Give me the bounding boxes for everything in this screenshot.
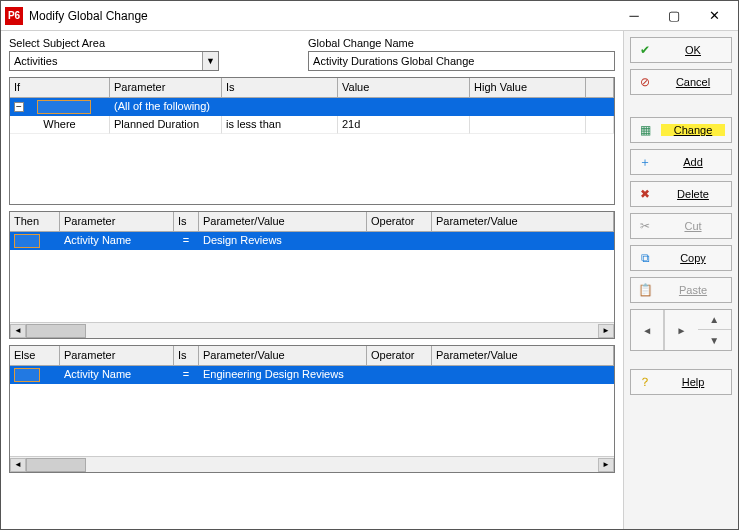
cell-parameter: Planned Duration (110, 116, 222, 134)
scroll-right-icon[interactable]: ► (598, 458, 614, 472)
scroll-right-icon[interactable]: ► (598, 324, 614, 338)
col-header[interactable]: Parameter/Value (199, 346, 367, 366)
scroll-left-icon[interactable]: ◄ (10, 458, 26, 472)
nav-up-button[interactable]: ▲ (698, 310, 731, 330)
change-button[interactable]: ▦ Change (630, 117, 732, 143)
col-header[interactable]: Parameter (110, 78, 222, 98)
col-header[interactable]: Parameter/Value (432, 346, 614, 366)
change-name-input[interactable] (308, 51, 615, 71)
col-header[interactable]: Then (10, 212, 60, 232)
col-header[interactable]: High Value (470, 78, 586, 98)
paste-icon: 📋 (637, 283, 653, 297)
cell-value (338, 98, 470, 116)
cell-operator (367, 232, 432, 250)
cut-button[interactable]: ✂ Cut (630, 213, 732, 239)
help-icon: ？ (637, 374, 653, 391)
cell-high-value (470, 98, 586, 116)
cell-is: is less than (222, 116, 338, 134)
col-header[interactable]: Value (338, 78, 470, 98)
titlebar: P6 Modify Global Change ─ ▢ ✕ (1, 1, 738, 31)
cell-spacer (586, 116, 614, 134)
cell-param-value2 (432, 232, 614, 250)
col-header[interactable]: If (10, 78, 110, 98)
col-header[interactable]: Parameter (60, 212, 174, 232)
col-header[interactable]: Else (10, 346, 60, 366)
ok-button[interactable]: ✔ OK (630, 37, 732, 63)
collapse-icon[interactable]: − (14, 102, 24, 112)
if-grid-header: If Parameter Is Value High Value (10, 78, 614, 98)
subject-area-value: Activities (14, 55, 57, 67)
else-row[interactable]: Activity Name = Engineering Design Revie… (10, 366, 614, 384)
dialog-window: P6 Modify Global Change ─ ▢ ✕ Select Sub… (0, 0, 739, 530)
col-header[interactable] (586, 78, 614, 98)
then-grid-header: Then Parameter Is Parameter/Value Operat… (10, 212, 614, 232)
copy-button[interactable]: ⧉ Copy (630, 245, 732, 271)
cell-is: = (174, 232, 199, 250)
plus-icon: ＋ (637, 154, 653, 171)
window-title: Modify Global Change (29, 9, 614, 23)
scroll-left-icon[interactable]: ◄ (10, 324, 26, 338)
cell-parameter: Activity Name (60, 366, 174, 384)
cell-is: = (174, 366, 199, 384)
row-marker (14, 368, 40, 382)
help-button[interactable]: ？ Help (630, 369, 732, 395)
cell-condition: Where (10, 116, 110, 134)
delete-label: Delete (661, 188, 725, 200)
paste-label: Paste (661, 284, 725, 296)
nav-arrows: ◄ ▲ ► ▼ (630, 309, 732, 351)
paste-button[interactable]: 📋 Paste (630, 277, 732, 303)
change-name-label: Global Change Name (308, 37, 615, 49)
then-grid: Then Parameter Is Parameter/Value Operat… (9, 211, 615, 339)
cell-param-value: Engineering Design Reviews (199, 366, 367, 384)
subject-area-select[interactable]: Activities ▼ (9, 51, 219, 71)
col-header[interactable]: Operator (367, 346, 432, 366)
cancel-icon: ⊘ (637, 75, 653, 89)
col-header[interactable]: Is (222, 78, 338, 98)
nav-down-button[interactable]: ▼ (698, 330, 731, 350)
maximize-button[interactable]: ▢ (654, 2, 694, 30)
change-icon: ▦ (637, 123, 653, 137)
col-header[interactable]: Parameter/Value (432, 212, 614, 232)
else-grid-header: Else Parameter Is Parameter/Value Operat… (10, 346, 614, 366)
button-sidebar: ✔ OK ⊘ Cancel ▦ Change ＋ Add ✖ Delete ✂ (623, 31, 738, 529)
if-row[interactable]: − (All of the following) (10, 98, 614, 116)
else-grid: Else Parameter Is Parameter/Value Operat… (9, 345, 615, 473)
minimize-button[interactable]: ─ (614, 2, 654, 30)
add-button[interactable]: ＋ Add (630, 149, 732, 175)
col-header[interactable]: Operator (367, 212, 432, 232)
col-header[interactable]: Is (174, 212, 199, 232)
subject-area-label: Select Subject Area (9, 37, 288, 49)
col-header[interactable]: Parameter/Value (199, 212, 367, 232)
cell-spacer (586, 98, 614, 116)
if-row[interactable]: Where Planned Duration is less than 21d (10, 116, 614, 134)
then-scrollbar[interactable]: ◄ ► (10, 322, 614, 338)
scissors-icon: ✂ (637, 219, 653, 233)
col-header[interactable]: Is (174, 346, 199, 366)
copy-icon: ⧉ (637, 251, 653, 265)
add-label: Add (661, 156, 725, 168)
row-marker (14, 234, 40, 248)
help-label: Help (661, 376, 725, 388)
check-icon: ✔ (637, 43, 653, 57)
nav-left-button[interactable]: ◄ (631, 310, 664, 350)
ok-label: OK (661, 44, 725, 56)
close-button[interactable]: ✕ (694, 2, 734, 30)
cancel-button[interactable]: ⊘ Cancel (630, 69, 732, 95)
nav-right-button[interactable]: ► (664, 310, 697, 350)
cancel-label: Cancel (661, 76, 725, 88)
then-row[interactable]: Activity Name = Design Reviews (10, 232, 614, 250)
copy-label: Copy (661, 252, 725, 264)
cell-operator (367, 366, 432, 384)
cell-value: 21d (338, 116, 470, 134)
scroll-thumb[interactable] (26, 458, 86, 472)
delete-button[interactable]: ✖ Delete (630, 181, 732, 207)
cell-param-value2 (432, 366, 614, 384)
else-scrollbar[interactable]: ◄ ► (10, 456, 614, 472)
scroll-thumb[interactable] (26, 324, 86, 338)
delete-icon: ✖ (637, 187, 653, 201)
cell-is (222, 98, 338, 116)
col-header[interactable]: Parameter (60, 346, 174, 366)
cell-param-value: Design Reviews (199, 232, 367, 250)
row-marker (37, 100, 91, 114)
change-label: Change (661, 124, 725, 136)
